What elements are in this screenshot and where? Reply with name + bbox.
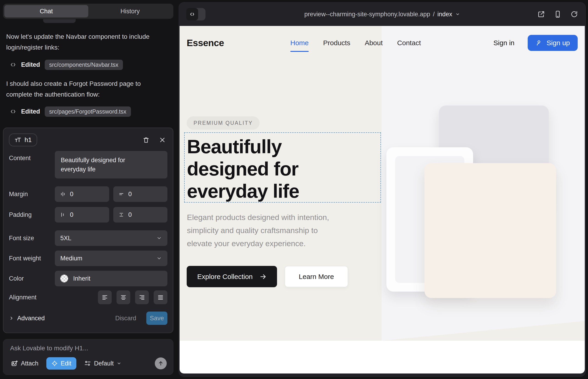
padding-x-icon xyxy=(60,212,66,218)
attach-button[interactable]: Attach xyxy=(10,360,40,367)
external-link-icon xyxy=(537,10,545,18)
padding-label: Padding xyxy=(9,211,55,218)
editor-footer: Advanced Discard Save xyxy=(9,312,167,325)
arrow-right-icon xyxy=(260,273,266,280)
refresh-button[interactable] xyxy=(570,10,578,18)
nav-link-about[interactable]: About xyxy=(365,39,383,47)
nav-link-products[interactable]: Products xyxy=(323,39,350,47)
edited-action-label: Edited xyxy=(21,108,40,115)
chevron-down-icon xyxy=(156,255,162,261)
align-center-button[interactable] xyxy=(117,290,130,304)
alignment-row: Alignment xyxy=(9,290,167,304)
mobile-icon xyxy=(554,10,562,18)
color-row: Color Inherit xyxy=(9,271,167,286)
chevron-right-icon xyxy=(9,316,14,321)
font-weight-label: Font weight xyxy=(9,255,55,262)
padding-horizontal-input[interactable]: 0 xyxy=(55,207,109,222)
padding-vertical-input[interactable]: 0 xyxy=(113,207,168,222)
color-select[interactable]: Inherit xyxy=(55,271,167,286)
font-size-label: Font size xyxy=(9,235,55,242)
font-weight-select[interactable]: Medium xyxy=(55,251,167,266)
font-weight-row: Font weight Medium xyxy=(9,251,167,266)
nav-actions: Sign in Sign up xyxy=(492,26,578,60)
code-icon xyxy=(10,109,16,114)
prompt-composer: Attach Edit Default xyxy=(3,339,173,375)
assistant-message: I should also create a Forgot Password p… xyxy=(6,78,157,100)
decorative-wedge xyxy=(382,321,585,341)
chevron-down-icon xyxy=(156,235,162,241)
premium-badge: PREMIUM QUALITY xyxy=(187,116,260,130)
url-domain: preview--charming-site-symphony.lovable.… xyxy=(304,11,430,18)
margin-row: Margin 0 0 xyxy=(9,186,167,202)
edited-file-pill[interactable]: src/components/Navbar.tsx xyxy=(45,60,123,70)
chevron-down-icon xyxy=(455,12,460,16)
sliders-icon xyxy=(84,360,91,367)
browser-chrome: preview--charming-site-symphony.lovable.… xyxy=(179,2,586,26)
hero-heading[interactable]: Beautifully designed for everyday life xyxy=(187,136,299,202)
url-page: index xyxy=(437,11,452,18)
prompt-input[interactable] xyxy=(10,344,148,352)
transparent-swatch xyxy=(60,275,68,283)
align-right-icon xyxy=(139,294,145,300)
content-label: Content xyxy=(9,151,55,162)
content-textarea[interactable]: Beautifully designed for everyday life xyxy=(55,151,167,178)
margin-vertical-input[interactable]: 0 xyxy=(113,186,168,202)
code-preview-toggle[interactable] xyxy=(186,8,205,20)
save-button[interactable]: Save xyxy=(146,312,167,325)
site-viewport: Essence Home Products About Contact Sign… xyxy=(180,26,585,374)
preview-browser-frame: preview--charming-site-symphony.lovable.… xyxy=(179,2,586,377)
assistant-message: Now let's update the Navbar component to… xyxy=(6,31,157,53)
chat-history-tabs: Chat History xyxy=(3,4,173,19)
type-icon xyxy=(15,137,21,143)
edit-mode-button[interactable]: Edit xyxy=(46,357,77,370)
editor-header: h1 xyxy=(9,134,167,146)
sign-up-button[interactable]: Sign up xyxy=(528,35,578,51)
margin-label: Margin xyxy=(9,191,55,198)
edited-file-row: Edited src/components/Navbar.tsx xyxy=(10,59,123,70)
edited-action-label: Edited xyxy=(21,61,40,68)
font-size-select[interactable]: 5XL xyxy=(55,230,167,246)
hero-section: Essence Home Products About Contact Sign… xyxy=(180,26,585,341)
url-breadcrumb[interactable]: preview--charming-site-symphony.lovable.… xyxy=(304,11,460,18)
sign-in-button[interactable]: Sign in xyxy=(492,39,516,47)
tab-history[interactable]: History xyxy=(88,5,172,17)
send-button[interactable] xyxy=(155,357,167,369)
nav-links: Home Products About Contact xyxy=(290,26,421,60)
align-justify-icon xyxy=(157,294,164,300)
edited-file-pill[interactable]: src/pages/ForgotPassword.tsx xyxy=(45,107,131,117)
margin-y-icon xyxy=(118,191,124,197)
hero-cta-group: Explore Collection Learn More xyxy=(187,266,348,287)
mobile-view-button[interactable] xyxy=(554,10,562,18)
element-editor-panel: h1 Content Beautifully de xyxy=(3,127,173,333)
user-icon xyxy=(536,39,542,46)
learn-more-button[interactable]: Learn More xyxy=(285,266,348,287)
site-navbar: Essence Home Products About Contact Sign… xyxy=(180,26,585,60)
target-icon xyxy=(51,360,58,367)
advanced-toggle[interactable]: Advanced xyxy=(9,315,45,322)
selected-element-chip[interactable]: h1 xyxy=(9,134,37,146)
nav-link-contact[interactable]: Contact xyxy=(397,39,421,47)
alignment-label: Alignment xyxy=(9,294,55,301)
url-separator: / xyxy=(433,11,435,18)
margin-x-icon xyxy=(60,191,66,197)
mode-select-button[interactable]: Default xyxy=(83,360,123,367)
align-right-button[interactable] xyxy=(135,290,149,304)
code-icon xyxy=(186,8,198,20)
align-left-button[interactable] xyxy=(98,290,112,304)
padding-y-icon xyxy=(118,212,124,218)
tab-chat[interactable]: Chat xyxy=(4,5,88,17)
open-external-button[interactable] xyxy=(537,10,545,18)
font-size-row: Font size 5XL xyxy=(9,230,167,246)
delete-element-button[interactable] xyxy=(143,136,150,144)
image-plus-icon xyxy=(11,360,18,367)
nav-link-home[interactable]: Home xyxy=(290,39,309,47)
close-editor-button[interactable] xyxy=(159,137,166,143)
align-justify-button[interactable] xyxy=(154,290,167,304)
discard-button[interactable]: Discard xyxy=(114,315,138,322)
color-label: Color xyxy=(9,275,55,282)
trash-icon xyxy=(143,136,150,144)
margin-horizontal-input[interactable]: 0 xyxy=(55,186,109,202)
explore-collection-button[interactable]: Explore Collection xyxy=(187,266,277,287)
close-icon xyxy=(159,137,166,143)
site-logo: Essence xyxy=(187,38,224,48)
